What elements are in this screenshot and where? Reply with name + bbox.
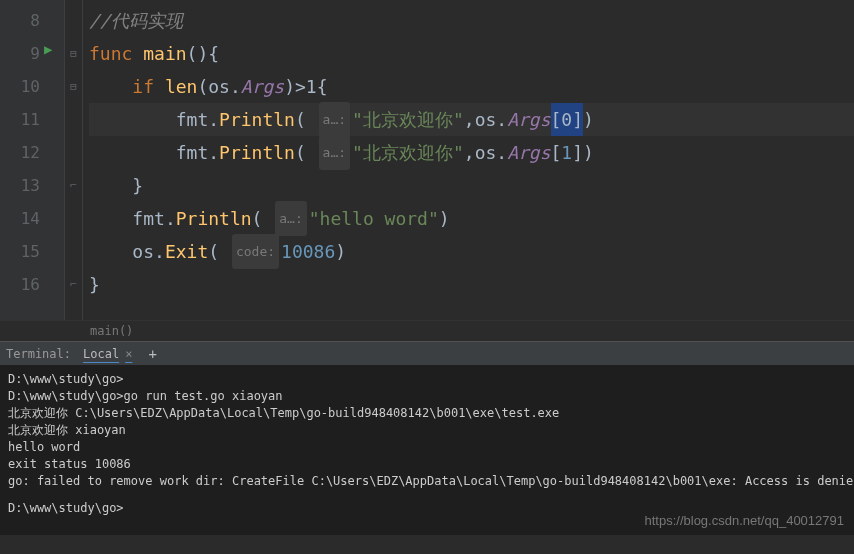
terminal-line: exit status 10086 (8, 456, 846, 473)
code-line-highlighted: fmt.Println( a…:"北京欢迎你",os.Args[0]) (89, 103, 854, 136)
code-line: func main(){ (89, 37, 854, 70)
line-number[interactable]: 8 (0, 4, 64, 37)
line-number[interactable]: 16 (0, 268, 64, 301)
line-number[interactable]: 10 (0, 70, 64, 103)
run-gutter-icon[interactable]: ▶ (44, 41, 52, 57)
breadcrumb[interactable]: main() (0, 320, 854, 341)
terminal-line: 北京欢迎你 C:\Users\EDZ\AppData\Local\Temp\go… (8, 405, 846, 422)
code-line: fmt.Println( a…:"hello word") (89, 202, 854, 235)
fold-toggle-icon[interactable]: ⊟ (65, 70, 82, 103)
fold-end-icon: ⌐ (65, 268, 82, 301)
terminal-line: D:\www\study\go>go run test.go xiaoyan (8, 388, 846, 405)
add-tab-icon[interactable]: + (148, 346, 156, 362)
terminal-line: 北京欢迎你 xiaoyan (8, 422, 846, 439)
line-number[interactable]: 14 (0, 202, 64, 235)
code-line: //代码实现 (89, 4, 854, 37)
code-line: } (89, 268, 854, 301)
terminal-line: go: failed to remove work dir: CreateFil… (8, 473, 846, 490)
param-hint: a…: (319, 135, 350, 170)
code-line: os.Exit( code:10086) (89, 235, 854, 268)
code-area[interactable]: //代码实现 func main(){ if len(os.Args)>1{ f… (83, 0, 854, 320)
terminal-line: D:\www\study\go> (8, 371, 846, 388)
editor-pane: 8 9 10 11 12 13 14 15 16 ▶ ⊟ ⊟ ⌐ ⌐ //代码实… (0, 0, 854, 320)
param-hint: code: (232, 234, 279, 269)
param-hint: a…: (275, 201, 306, 236)
line-number[interactable]: 12 (0, 136, 64, 169)
terminal-label: Terminal: (6, 347, 71, 361)
terminal-tab-local[interactable]: Local × (79, 347, 136, 361)
line-number[interactable]: 11 (0, 103, 64, 136)
watermark: https://blog.csdn.net/qq_40012791 (645, 512, 845, 529)
terminal-tab-bar: Terminal: Local × + (0, 341, 854, 365)
code-line: if len(os.Args)>1{ (89, 70, 854, 103)
code-line: fmt.Println( a…:"北京欢迎你",os.Args[1]) (89, 136, 854, 169)
fold-column: ⊟ ⊟ ⌐ ⌐ (65, 0, 83, 320)
fold-toggle-icon[interactable]: ⊟ (65, 37, 82, 70)
line-number[interactable]: 13 (0, 169, 64, 202)
fold-end-icon: ⌐ (65, 169, 82, 202)
code-line: } (89, 169, 854, 202)
close-tab-icon[interactable]: × (125, 347, 132, 361)
line-gutter: 8 9 10 11 12 13 14 15 16 ▶ (0, 0, 65, 320)
line-number[interactable]: 15 (0, 235, 64, 268)
line-number[interactable]: 9 (0, 37, 64, 70)
param-hint: a…: (319, 102, 350, 137)
terminal-body[interactable]: D:\www\study\go> D:\www\study\go>go run … (0, 365, 854, 535)
terminal-line: hello word (8, 439, 846, 456)
